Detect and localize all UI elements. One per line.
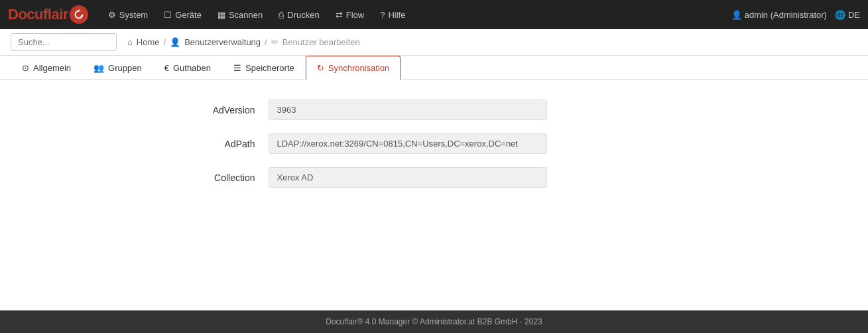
adpath-label: AdPath xyxy=(149,139,269,149)
nav-system[interactable]: ⚙ System xyxy=(101,0,155,29)
collection-label: Collection xyxy=(149,172,269,183)
user-label: admin (Administrator) xyxy=(745,10,827,20)
footer: Docuflair® 4.0 Manager © Administrator.a… xyxy=(0,310,868,333)
scannen-icon: ▦ xyxy=(217,10,225,20)
tab-synchronisation[interactable]: ↻ Synchronisation xyxy=(306,56,401,80)
flow-icon: ⇄ xyxy=(336,10,343,20)
tab-speicherorte-label: Speicherorte xyxy=(245,63,294,73)
tab-gruppen-label: Gruppen xyxy=(108,63,142,73)
nav-flow[interactable]: ⇄ Flow xyxy=(329,0,371,29)
collection-field: Xerox AD xyxy=(269,167,547,188)
nav-hilfe-label: Hilfe xyxy=(388,10,405,20)
nav-drucken[interactable]: ⎙ Drucken xyxy=(272,0,326,29)
nav-hilfe[interactable]: ? Hilfe xyxy=(373,0,412,29)
footer-text: Docuflair® 4.0 Manager © Administrator.a… xyxy=(326,317,542,326)
tab-allgemein[interactable]: ⊙ Allgemein xyxy=(11,56,82,80)
collection-row: Collection Xerox AD xyxy=(149,167,719,188)
breadcrumb-home[interactable]: Home xyxy=(137,37,160,47)
breadcrumb-sep2: / xyxy=(265,37,267,47)
adpath-row: AdPath LDAP://xerox.net:3269/CN=0815,CN=… xyxy=(149,133,719,154)
nav-system-label: System xyxy=(119,10,148,20)
tab-speicherorte[interactable]: ☰ Speicherorte xyxy=(222,56,306,80)
adversion-label: AdVersion xyxy=(149,105,269,115)
speicherorte-icon: ☰ xyxy=(233,63,241,73)
system-icon: ⚙ xyxy=(108,10,116,20)
language-menu[interactable]: 🌐 DE xyxy=(835,10,860,20)
search-input[interactable] xyxy=(11,33,117,51)
nav-flow-label: Flow xyxy=(346,10,364,20)
hilfe-icon: ? xyxy=(380,10,385,20)
nav-left: Docuflair ⚙ System ☐ Geräte ▦ Scannen ⎙ … xyxy=(8,0,412,29)
guthaben-icon: € xyxy=(164,63,169,73)
logo-docu: Docu xyxy=(8,6,43,23)
logo-icon xyxy=(70,5,88,24)
user-menu[interactable]: 👤 admin (Administrator) xyxy=(731,10,827,20)
adversion-field: 3963 xyxy=(269,100,547,120)
form-section: AdVersion 3963 AdPath LDAP://xerox.net:3… xyxy=(136,100,733,188)
synchronisation-icon: ↻ xyxy=(317,63,324,73)
breadcrumb: ⌂ Home / 👤 Benutzerverwaltung / ✏ Benutz… xyxy=(127,37,360,47)
nav-drucken-label: Drucken xyxy=(287,10,319,20)
logo[interactable]: Docuflair xyxy=(8,5,88,24)
geraete-icon: ☐ xyxy=(164,10,172,20)
breadcrumb-search-area: ⌂ Home / 👤 Benutzerverwaltung / ✏ Benutz… xyxy=(0,29,868,56)
breadcrumb-edit: Benutzer bearbeiten xyxy=(282,37,360,47)
nav-scannen[interactable]: ▦ Scannen xyxy=(211,0,269,29)
nav-geraete-label: Geräte xyxy=(175,10,202,20)
breadcrumb-sep1: / xyxy=(164,37,166,47)
breadcrumb-users[interactable]: Benutzerverwaltung xyxy=(184,37,261,47)
tabs-bar: ⊙ Allgemein 👥 Gruppen € Guthaben ☰ Speic… xyxy=(0,56,868,80)
nav-right: 👤 admin (Administrator) 🌐 DE xyxy=(731,10,860,20)
user-icon: 👤 xyxy=(731,10,742,20)
allgemein-icon: ⊙ xyxy=(22,63,29,73)
tab-allgemein-label: Allgemein xyxy=(33,63,71,73)
lang-label: DE xyxy=(848,10,860,20)
users-icon: 👤 xyxy=(170,37,180,47)
adpath-field: LDAP://xerox.net:3269/CN=0815,CN=Users,D… xyxy=(269,133,547,154)
nav-scannen-label: Scannen xyxy=(229,10,263,20)
edit-icon: ✏ xyxy=(271,37,279,47)
globe-icon: 🌐 xyxy=(835,10,845,20)
tab-guthaben[interactable]: € Guthaben xyxy=(153,56,222,80)
logo-flair: flair xyxy=(43,6,68,23)
logo-text: Docuflair xyxy=(8,6,68,23)
tab-synchronisation-label: Synchronisation xyxy=(328,63,390,73)
nav-geraete[interactable]: ☐ Geräte xyxy=(157,0,208,29)
tab-guthaben-label: Guthaben xyxy=(173,63,211,73)
drucken-icon: ⎙ xyxy=(279,10,284,20)
logo-svg-icon xyxy=(73,9,85,21)
adversion-row: AdVersion 3963 xyxy=(149,100,719,120)
home-icon: ⌂ xyxy=(127,37,133,47)
main-content: AdVersion 3963 AdPath LDAP://xerox.net:3… xyxy=(0,80,868,310)
top-navigation: Docuflair ⚙ System ☐ Geräte ▦ Scannen ⎙ … xyxy=(0,0,868,29)
tab-gruppen[interactable]: 👥 Gruppen xyxy=(82,56,153,80)
gruppen-icon: 👥 xyxy=(93,63,104,73)
